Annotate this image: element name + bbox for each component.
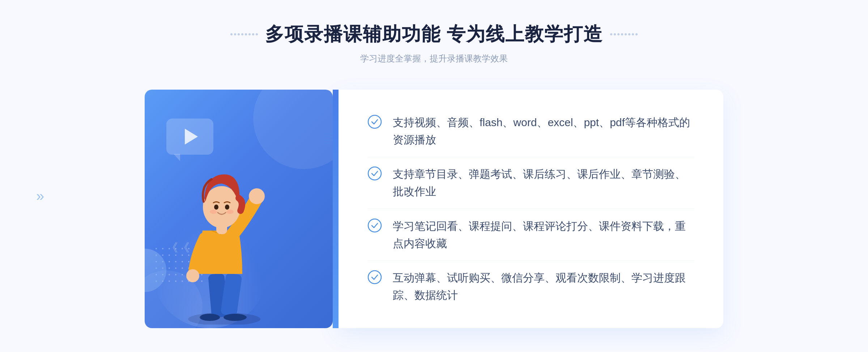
feature-text-3: 学习笔记回看、课程提问、课程评论打分、课件资料下载，重点内容收藏 xyxy=(393,218,694,252)
svg-point-13 xyxy=(368,115,381,128)
play-bubble xyxy=(166,119,213,155)
content-area: 《《 xyxy=(145,82,723,335)
svg-point-6 xyxy=(186,269,199,282)
header-decorators: 多项录播课辅助功能 专为线上教学打造 xyxy=(0,22,868,47)
feature-text-1: 支持视频、音频、flash、word、excel、ppt、pdf等各种格式的资源… xyxy=(393,114,694,149)
left-decorator xyxy=(230,33,258,35)
divider-2 xyxy=(367,209,694,209)
svg-point-10 xyxy=(225,205,229,210)
svg-point-9 xyxy=(214,205,218,210)
sub-title: 学习进度全掌握，提升录播课教学效果 xyxy=(0,53,868,64)
feature-item-1: 支持视频、音频、flash、word、excel、ppt、pdf等各种格式的资源… xyxy=(367,110,694,152)
svg-point-14 xyxy=(368,167,381,180)
play-triangle-icon xyxy=(185,129,198,145)
main-title: 多项录播课辅助功能 专为线上教学打造 xyxy=(265,22,603,47)
blue-strip xyxy=(333,90,339,328)
person-illustration xyxy=(163,151,293,325)
divider-1 xyxy=(367,157,694,157)
right-panel: 支持视频、音频、flash、word、excel、ppt、pdf等各种格式的资源… xyxy=(339,90,723,328)
right-decorator xyxy=(610,33,638,35)
feature-text-4: 互动弹幕、试听购买、微信分享、观看次数限制、学习进度跟踪、数据统计 xyxy=(393,269,694,304)
header-section: 多项录播课辅助功能 专为线上教学打造 学习进度全掌握，提升录播课教学效果 xyxy=(0,0,868,64)
svg-point-16 xyxy=(368,271,381,284)
svg-point-15 xyxy=(368,219,381,232)
divider-3 xyxy=(367,261,694,261)
svg-point-12 xyxy=(226,210,234,214)
chevron-left-icon: » xyxy=(36,188,44,204)
check-icon-1 xyxy=(367,115,382,129)
check-icon-2 xyxy=(367,166,382,181)
check-icon-4 xyxy=(367,270,382,284)
check-icon-3 xyxy=(367,218,382,233)
svg-point-4 xyxy=(224,314,247,321)
svg-point-11 xyxy=(210,210,217,214)
svg-point-5 xyxy=(249,188,265,204)
illustration-card: 《《 xyxy=(145,90,333,328)
feature-item-4: 互动弹幕、试听购买、微信分享、观看次数限制、学习进度跟踪、数据统计 xyxy=(367,266,694,308)
feature-item-3: 学习笔记回看、课程提问、课程评论打分、课件资料下载，重点内容收藏 xyxy=(367,214,694,256)
feature-item-2: 支持章节目录、弹题考试、课后练习、课后作业、章节测验、批改作业 xyxy=(367,162,694,204)
svg-point-3 xyxy=(200,314,220,321)
lines-decoration xyxy=(326,133,333,144)
page-container: 多项录播课辅助功能 专为线上教学打造 学习进度全掌握，提升录播课教学效果 xyxy=(0,0,868,352)
feature-text-2: 支持章节目录、弹题考试、课后练习、课后作业、章节测验、批改作业 xyxy=(393,166,694,200)
